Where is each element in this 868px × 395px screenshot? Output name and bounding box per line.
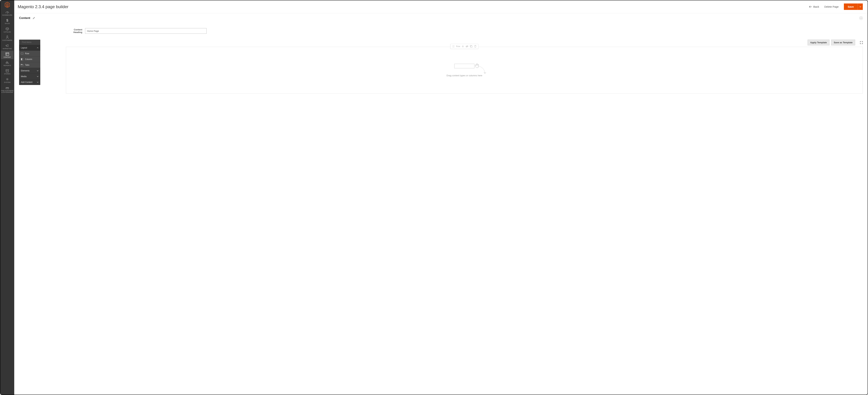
partners-icon [5,86,9,89]
sidebar-item-label: REPORTS [3,65,11,66]
svg-point-13 [453,45,453,46]
sidebar-item-stores[interactable]: STORES [1,67,13,76]
marketing-icon [5,44,9,48]
svg-point-4 [7,79,8,80]
content-icon [5,52,9,56]
system-icon [5,77,9,81]
curved-arrow-icon [475,65,487,75]
svg-text:$: $ [6,19,8,22]
delete-page-button[interactable]: Delete Page [824,5,839,8]
sidebar-item-label: CATALOG [4,31,11,33]
sidebar-item-reports[interactable]: REPORTS [1,59,13,67]
section-header: Content [19,16,863,20]
back-button[interactable]: Back [809,5,819,8]
column-icon [21,58,23,60]
apply-template-button[interactable]: Apply Template [808,39,830,45]
save-as-template-button[interactable]: Save as Template [831,39,855,45]
svg-rect-12 [22,64,22,65]
svg-rect-10 [21,65,23,66]
tabs-icon [21,64,23,66]
palette-item-row[interactable]: Row [19,51,40,56]
sidebar-item-label: SALES [5,23,10,24]
hide-icon[interactable] [465,45,469,48]
palette-item-column[interactable]: Column [19,56,40,62]
palette-group-media[interactable]: Media [19,74,40,79]
content-palette: LayoutRowColumnTabsElementsMediaAdd Cont… [19,39,40,85]
save-button[interactable]: Save [844,3,858,10]
svg-point-16 [454,46,454,47]
palette-search-input[interactable] [22,41,40,44]
save-dropdown-button[interactable] [858,3,863,10]
chevron-up-icon [860,18,862,19]
section-title: Content [19,16,30,20]
sidebar-item-label: DASHBOARD [2,15,12,16]
pencil-icon[interactable] [33,17,35,19]
sidebar-item-dashboard[interactable]: DASHBOARD [1,9,13,17]
sidebar-item-sales[interactable]: $SALES [1,17,13,25]
svg-point-0 [7,13,8,13]
chevron-icon [37,76,38,77]
palette-group-label: Add Content [21,81,32,83]
palette-group-label: Elements [21,69,30,72]
svg-point-15 [453,46,453,47]
fullscreen-icon [860,41,863,44]
page-builder: LayoutRowColumnTabsElementsMediaAdd Cont… [66,39,863,94]
palette-group-label: Layout [21,47,27,49]
palette-item-label: Row [25,52,29,55]
arrow-left-icon [809,6,812,8]
customers-icon [5,35,9,39]
sidebar-item-catalog[interactable]: CATALOG [1,26,13,34]
sidebar-item-marketing[interactable]: MARKETING [1,42,13,51]
row-toolbar-label: Row [456,45,460,48]
sidebar-item-content[interactable]: CONTENT [1,51,13,59]
stores-icon [5,69,9,73]
reports-icon [5,60,9,64]
drop-illustration: Drag content types or columns here [446,64,482,77]
content-heading-field: Content Heading [66,28,863,34]
remove-icon[interactable] [474,45,477,48]
content-heading-label: Content Heading [66,28,85,33]
sidebar-item-label: MARKETING [3,48,12,50]
row-icon [21,53,23,55]
svg-point-14 [454,45,454,46]
dashboard-icon [5,10,9,14]
main: Magento 2.3.4 page builder Back Delete P… [14,0,868,395]
fullscreen-button[interactable] [860,41,863,44]
svg-point-18 [454,47,454,48]
chevron-icon [37,82,38,83]
palette-item-label: Tabs [25,64,29,66]
svg-rect-3 [6,53,9,55]
caret-down-icon [860,6,861,7]
sidebar-item-system[interactable]: SYSTEM [1,76,13,84]
duplicate-icon[interactable] [470,45,473,48]
drag-handle-icon[interactable] [452,45,455,48]
palette-search [19,39,40,45]
page-title: Magento 2.3.4 page builder [18,4,809,9]
drop-element-icon [454,64,474,68]
chevron-icon [37,47,38,48]
top-actions: Back Delete Page Save [809,3,863,10]
sidebar-item-customers[interactable]: CUSTOMERS [1,34,13,42]
catalog-icon [5,27,9,31]
content-heading-input[interactable] [85,28,207,34]
save-button-group: Save [844,3,863,10]
svg-point-2 [7,36,8,37]
palette-group-layout[interactable]: Layout [19,45,40,51]
svg-rect-9 [22,58,23,60]
chevron-icon [37,70,38,71]
builder-canvas[interactable]: Row [66,47,863,94]
svg-point-19 [462,46,463,47]
palette-group-elements[interactable]: Elements [19,68,40,74]
svg-rect-22 [471,46,472,48]
collapse-toggle[interactable] [859,16,863,20]
settings-icon[interactable] [461,45,464,48]
sidebar-item-label: FIND PARTNERS& EXTENSIONS [1,90,13,93]
sidebar-item-partners[interactable]: FIND PARTNERS& EXTENSIONS [1,84,13,94]
sidebar-item-label: CUSTOMERS [2,39,12,41]
sidebar-item-label: STORES [4,73,10,75]
palette-item-tabs[interactable]: Tabs [19,62,40,68]
palette-item-label: Column [25,58,32,60]
palette-group-addcontent[interactable]: Add Content [19,79,40,85]
svg-rect-8 [21,58,22,60]
svg-point-17 [453,47,453,48]
